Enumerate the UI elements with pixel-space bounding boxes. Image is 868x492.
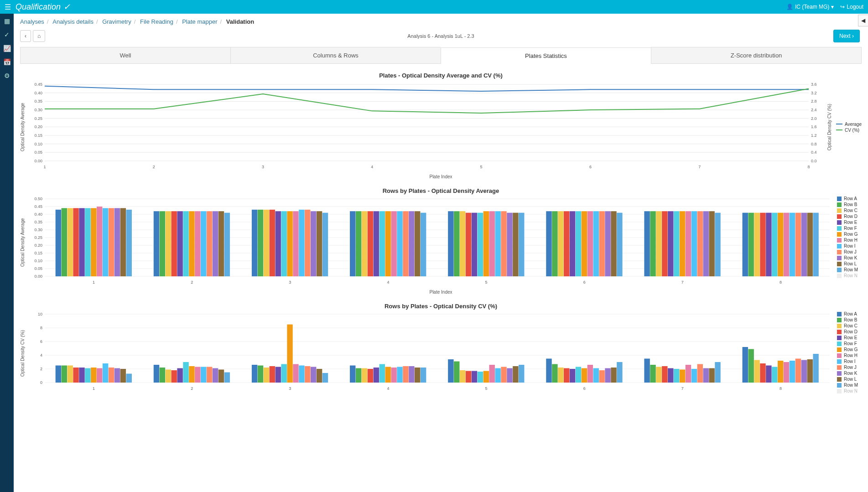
legend-item[interactable]: Row F bbox=[837, 341, 862, 346]
legend-item[interactable]: Row J bbox=[837, 249, 862, 254]
legend-item[interactable]: Row D bbox=[837, 329, 862, 334]
legend-item[interactable]: Row B bbox=[837, 317, 862, 322]
svg-rect-200 bbox=[166, 370, 171, 383]
legend-item[interactable]: Row A bbox=[837, 196, 862, 201]
svg-text:3: 3 bbox=[289, 386, 291, 391]
svg-rect-158 bbox=[743, 213, 748, 276]
svg-rect-188 bbox=[79, 368, 84, 383]
svg-rect-136 bbox=[582, 211, 587, 276]
svg-text:7: 7 bbox=[681, 280, 684, 285]
legend-item[interactable]: Row D bbox=[837, 214, 862, 219]
legend-item[interactable]: Row L bbox=[837, 261, 862, 266]
svg-rect-230 bbox=[374, 368, 379, 383]
tab-well[interactable]: Well bbox=[20, 47, 230, 63]
svg-text:8: 8 bbox=[780, 280, 782, 285]
legend-item[interactable]: Row M bbox=[837, 267, 862, 272]
sidebar-item-chart[interactable]: 📈 bbox=[0, 45, 14, 52]
sidebar-item-grid[interactable]: ▦ bbox=[0, 17, 14, 25]
tab-zscore[interactable]: Z-Score distribution bbox=[651, 47, 862, 63]
logout-icon: ↪ bbox=[840, 4, 845, 10]
chart-legend: Row ARow BRow CRow DRow ERow FRow GRow H… bbox=[834, 311, 862, 395]
svg-text:7: 7 bbox=[698, 165, 701, 169]
legend-item[interactable]: Row K bbox=[837, 371, 862, 376]
svg-rect-77 bbox=[172, 211, 177, 276]
breadcrumb-link[interactable]: Plate mapper bbox=[182, 18, 217, 25]
svg-rect-62 bbox=[67, 208, 73, 276]
legend-item[interactable]: Row I bbox=[837, 243, 862, 249]
legend-item[interactable]: Row A bbox=[837, 311, 862, 316]
legend-item[interactable]: CV (%) bbox=[836, 128, 862, 133]
legend-item[interactable]: Row F bbox=[837, 226, 862, 231]
svg-rect-279 bbox=[709, 368, 714, 383]
app-title-text: Qualification bbox=[16, 2, 61, 12]
breadcrumb-link[interactable]: Gravimetry bbox=[102, 18, 131, 25]
svg-rect-287 bbox=[772, 367, 777, 383]
svg-rect-280 bbox=[715, 362, 720, 383]
svg-rect-261 bbox=[587, 365, 593, 383]
svg-rect-195 bbox=[120, 369, 126, 383]
legend-item[interactable]: Row N bbox=[837, 273, 862, 278]
legend-item[interactable]: Row G bbox=[837, 232, 862, 237]
breadcrumb-link[interactable]: File Reading bbox=[140, 18, 173, 25]
sidebar-item-calendar[interactable]: 📅 bbox=[0, 58, 14, 66]
svg-rect-72 bbox=[126, 210, 132, 276]
svg-rect-152 bbox=[691, 211, 697, 276]
svg-text:0.10: 0.10 bbox=[34, 142, 42, 146]
tab-plates-statistics[interactable]: Plates Statistics bbox=[441, 47, 651, 64]
svg-rect-130 bbox=[546, 211, 551, 276]
breadcrumb-link[interactable]: Analyses bbox=[20, 18, 44, 25]
chart-svg: 0.000.00.050.40.100.80.151.20.201.60.252… bbox=[26, 81, 827, 172]
legend-item[interactable]: Average bbox=[836, 122, 862, 127]
logout-button[interactable]: ↪ Logout bbox=[840, 4, 863, 10]
tab-columns-rows[interactable]: Columns & Rows bbox=[230, 47, 441, 63]
svg-rect-217 bbox=[281, 364, 286, 383]
svg-rect-76 bbox=[166, 211, 171, 276]
svg-rect-292 bbox=[801, 360, 807, 383]
svg-text:0.40: 0.40 bbox=[34, 91, 42, 95]
svg-rect-154 bbox=[703, 211, 708, 276]
svg-rect-123 bbox=[489, 211, 495, 276]
sidebar-item-settings[interactable]: ⚙ bbox=[0, 72, 14, 79]
legend-item[interactable]: Row I bbox=[837, 359, 862, 364]
chart-avg-cv: Plates - Optical Density Average and CV … bbox=[14, 64, 868, 179]
legend-item[interactable]: Row C bbox=[837, 208, 862, 213]
next-button[interactable]: Next › bbox=[833, 30, 860, 42]
legend-item[interactable]: Row G bbox=[837, 347, 862, 352]
svg-text:2.8: 2.8 bbox=[811, 99, 816, 104]
svg-text:4: 4 bbox=[40, 353, 42, 357]
svg-rect-78 bbox=[177, 211, 182, 276]
home-button[interactable]: ⌂ bbox=[33, 30, 45, 42]
legend-item[interactable]: Row N bbox=[837, 388, 862, 394]
panel-collapse-button[interactable]: ◀ bbox=[858, 15, 868, 26]
menu-toggle-icon[interactable]: ☰ bbox=[5, 3, 11, 11]
legend-item[interactable]: Row L bbox=[837, 377, 862, 382]
svg-rect-145 bbox=[650, 211, 655, 276]
legend-item[interactable]: Row J bbox=[837, 365, 862, 370]
legend-item[interactable]: Row H bbox=[837, 353, 862, 358]
svg-rect-288 bbox=[778, 361, 783, 383]
legend-item[interactable]: Row H bbox=[837, 238, 862, 243]
svg-rect-208 bbox=[213, 368, 218, 383]
legend-item[interactable]: Row M bbox=[837, 383, 862, 388]
svg-text:3: 3 bbox=[262, 165, 264, 169]
legend-item[interactable]: Row B bbox=[837, 202, 862, 207]
user-menu[interactable]: 👤 IC (Team MG) ▾ bbox=[786, 4, 834, 10]
svg-text:0.45: 0.45 bbox=[34, 204, 42, 209]
legend-item[interactable]: Row E bbox=[837, 335, 862, 340]
svg-text:4: 4 bbox=[387, 386, 389, 391]
legend-item[interactable]: Row K bbox=[837, 255, 862, 260]
svg-text:0.40: 0.40 bbox=[34, 212, 42, 217]
check-icon: ✓ bbox=[4, 31, 10, 38]
breadcrumb-link[interactable]: Analysis details bbox=[52, 18, 94, 25]
back-button[interactable]: ‹ bbox=[20, 30, 31, 42]
sidebar-item-check[interactable]: ✓ bbox=[0, 31, 14, 38]
legend-item[interactable]: Row C bbox=[837, 323, 862, 328]
svg-text:6: 6 bbox=[589, 165, 592, 169]
svg-rect-117 bbox=[454, 211, 459, 276]
svg-rect-274 bbox=[680, 370, 685, 383]
legend-item[interactable]: Row E bbox=[837, 220, 862, 225]
svg-rect-259 bbox=[576, 367, 581, 383]
svg-rect-65 bbox=[85, 208, 90, 276]
svg-rect-64 bbox=[79, 208, 84, 276]
svg-text:1.2: 1.2 bbox=[811, 133, 816, 138]
